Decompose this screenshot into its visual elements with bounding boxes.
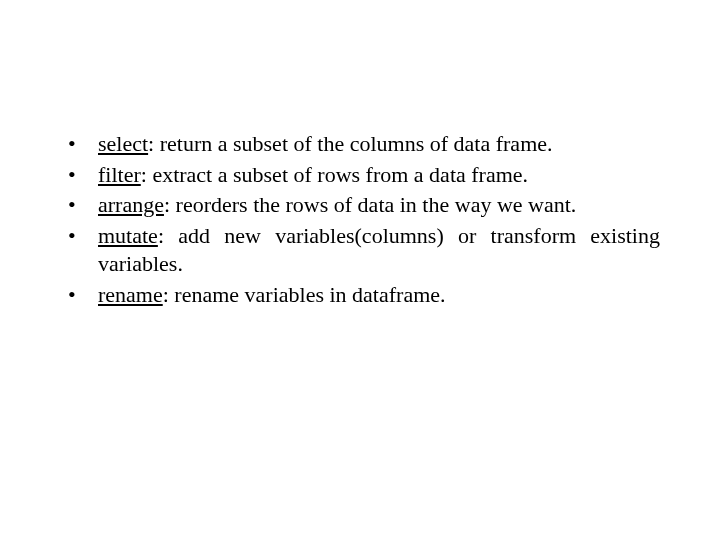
term: mutate [98,223,158,248]
term: arrange [98,192,164,217]
description: : extract a subset of rows from a data f… [141,162,528,187]
list-item: select: return a subset of the columns o… [60,130,660,159]
list-item: filter: extract a subset of rows from a … [60,161,660,190]
term: select [98,131,148,156]
list-item: mutate: add new variables(columns) or tr… [60,222,660,279]
function-list: select: return a subset of the columns o… [60,130,660,310]
description: : add new variables(columns) or transfor… [98,223,660,277]
description: : rename variables in dataframe. [163,282,446,307]
term: filter [98,162,141,187]
description: : return a subset of the columns of data… [148,131,552,156]
term: rename [98,282,163,307]
list-item: rename: rename variables in dataframe. [60,281,660,310]
description: : reorders the rows of data in the way w… [164,192,576,217]
list-item: arrange: reorders the rows of data in th… [60,191,660,220]
